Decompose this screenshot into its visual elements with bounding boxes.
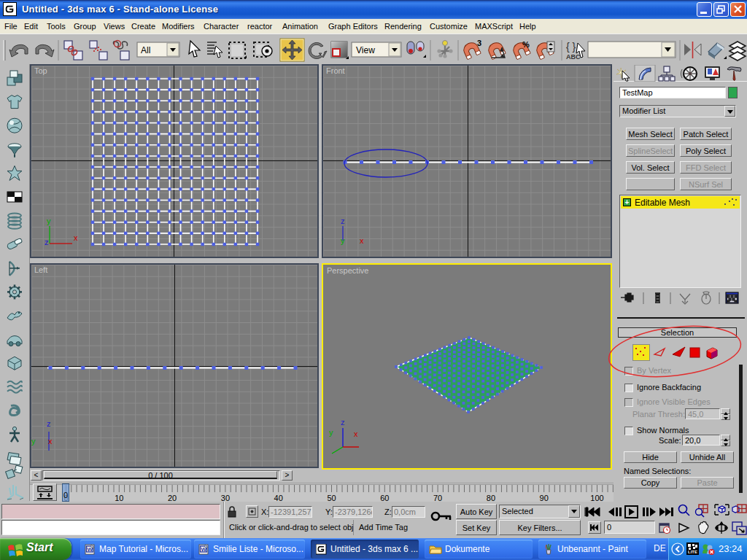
svg-text:y: y: [329, 428, 333, 437]
svg-text:x: x: [48, 437, 53, 446]
svg-text:{ }: { }: [566, 41, 576, 52]
svg-text:x: x: [74, 233, 78, 242]
svg-text:z: z: [341, 418, 345, 427]
svg-text:x: x: [360, 236, 364, 245]
svg-text:View: View: [356, 45, 375, 55]
svg-text:z: z: [47, 419, 51, 428]
svg-text:y: y: [47, 217, 51, 225]
svg-text:ABC: ABC: [566, 53, 581, 61]
svg-text:y: y: [31, 437, 36, 446]
svg-text:All: All: [141, 45, 150, 55]
svg-text:z: z: [44, 238, 49, 246]
svg-text:3: 3: [477, 39, 481, 47]
svg-text:y: y: [341, 236, 345, 245]
svg-text:LITE: LITE: [688, 550, 697, 554]
svg-text:x: x: [354, 429, 358, 438]
svg-text:z: z: [341, 217, 345, 225]
svg-text:%: %: [522, 40, 530, 49]
